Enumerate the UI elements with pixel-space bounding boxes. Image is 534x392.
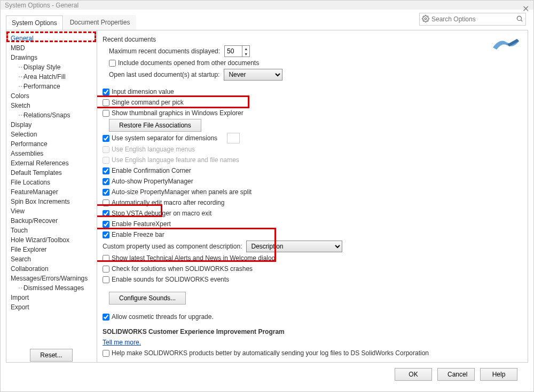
stop-vsta-checkbox[interactable] xyxy=(103,210,109,217)
use-eng-files-checkbox xyxy=(103,157,109,164)
help-button[interactable]: Help xyxy=(480,368,517,381)
auto-size-pm-checkbox[interactable] xyxy=(103,189,109,196)
search-icon[interactable] xyxy=(516,15,523,24)
help-make-checkbox[interactable] xyxy=(103,350,109,357)
ok-button[interactable]: OK xyxy=(395,368,432,381)
tabs: System Options Document Properties xyxy=(6,12,137,30)
sidebar-item-performance[interactable]: Performance xyxy=(9,139,95,149)
custom-prop-select[interactable]: Description xyxy=(246,241,342,252)
tab-row: System Options Document Properties xyxy=(6,12,528,30)
cancel-button[interactable]: Cancel xyxy=(437,368,475,381)
input-dimension-checkbox[interactable] xyxy=(103,89,109,95)
tree-icon: ⋯ xyxy=(18,83,22,90)
search-box[interactable] xyxy=(419,13,526,26)
enable-freeze-checkbox[interactable] xyxy=(103,231,109,238)
sidebar-bottom: Reset... xyxy=(6,345,97,366)
sidebar-item-touch[interactable]: Touch xyxy=(9,226,95,235)
max-recent-input[interactable] xyxy=(225,46,242,57)
use-eng-menus-label: Use English language menus xyxy=(112,146,195,153)
restore-file-assoc-button[interactable]: Restore File Associations xyxy=(109,119,201,132)
show-thumbnail-label: Show thumbnail graphics in Windows Explo… xyxy=(112,109,244,117)
enable-sounds-label: Enable sounds for SOLIDWORKS events xyxy=(112,276,229,283)
spin-down-icon[interactable]: ▼ xyxy=(242,51,249,57)
sidebar-item-assemblies[interactable]: Assemblies xyxy=(9,149,95,158)
sidebar-item-backup[interactable]: Backup/Recover xyxy=(9,216,95,226)
sidebar-item-file-locations[interactable]: File Locations xyxy=(9,178,95,187)
sidebar-item-ext-refs[interactable]: External References xyxy=(9,158,95,168)
sidebar-item-sketch[interactable]: Sketch xyxy=(9,101,95,110)
include-other-docs-checkbox[interactable] xyxy=(109,60,116,67)
use-eng-files-label: Use English language feature and file na… xyxy=(112,156,239,164)
configure-sounds-button[interactable]: Configure Sounds... xyxy=(109,292,186,305)
sidebar-item-export[interactable]: Export xyxy=(9,302,95,312)
custom-prop-label: Custom property used as component descri… xyxy=(103,243,242,250)
show-alerts-checkbox[interactable] xyxy=(103,255,109,262)
enable-featurexpert-checkbox[interactable] xyxy=(103,221,109,228)
sidebar-item-display-style[interactable]: ⋯Display Style xyxy=(9,62,95,72)
sidebar-item-dismissed[interactable]: ⋯Dismissed Messages xyxy=(9,283,95,293)
help-make-label: Help make SOLIDWORKS products better by … xyxy=(112,349,429,357)
sidebar-item-relations[interactable]: ⋯Relations/Snaps xyxy=(9,110,95,120)
check-solutions-checkbox[interactable] xyxy=(103,266,109,273)
single-command-checkbox[interactable] xyxy=(103,99,109,106)
max-recent-spinbox[interactable]: ▲▼ xyxy=(224,45,250,57)
allow-cosmetic-checkbox[interactable] xyxy=(103,314,109,321)
search-input[interactable] xyxy=(431,15,516,23)
spin-up-icon[interactable]: ▲ xyxy=(242,46,249,51)
input-dimension-label: Input dimension value xyxy=(112,88,174,95)
svg-line-2 xyxy=(521,20,523,21)
sidebar-item-colors[interactable]: Colors xyxy=(9,91,95,101)
sidebar-item-file-explorer[interactable]: File Explorer xyxy=(9,245,95,254)
open-last-select[interactable]: Never xyxy=(224,69,282,81)
sidebar-item-feature-manager[interactable]: FeatureManager xyxy=(9,187,95,197)
include-other-docs-label: Include documents opened from other docu… xyxy=(118,59,259,67)
tree-icon: ⋯ xyxy=(18,111,22,119)
sidebar-item-selection[interactable]: Selection xyxy=(9,130,95,139)
sidebar-item-messages[interactable]: Messages/Errors/Warnings xyxy=(9,274,95,283)
auto-edit-macro-checkbox[interactable] xyxy=(103,199,109,206)
tree-icon: ⋯ xyxy=(18,73,22,81)
auto-size-pm-label: Auto-size PropertyManager when panels ar… xyxy=(112,188,252,196)
content-wrap: System Options Document Properties Gener… xyxy=(1,10,533,391)
open-last-label: Open last used document(s) at startup: xyxy=(109,71,219,78)
sidebar-item-spinbox-inc[interactable]: Spin Box Increments xyxy=(9,197,95,206)
tell-me-more-link[interactable]: Tell me more. xyxy=(103,339,141,346)
svg-point-0 xyxy=(425,18,427,20)
sidebar-item-mbd[interactable]: MBD xyxy=(9,43,95,53)
sidebar-item-general[interactable]: General xyxy=(9,34,95,43)
sidebar: General MBD Drawings ⋯Display Style ⋯Are… xyxy=(6,30,97,362)
sidebar-item-performance-draw[interactable]: ⋯Performance xyxy=(9,82,95,91)
sidebar-item-import[interactable]: Import xyxy=(9,293,95,302)
sidebar-item-search[interactable]: Search xyxy=(9,254,95,264)
title-bar: System Options - General ✕ xyxy=(1,1,533,10)
stop-vsta-label: Stop VSTA debugger on macro exit xyxy=(112,210,211,217)
enable-sounds-checkbox[interactable] xyxy=(103,276,109,283)
sidebar-item-display[interactable]: Display xyxy=(9,120,95,130)
sidebar-item-drawings[interactable]: Drawings xyxy=(9,53,95,62)
tree-icon: ⋯ xyxy=(18,63,22,71)
sidebar-item-view[interactable]: View xyxy=(9,206,95,216)
sidebar-item-collaboration[interactable]: Collaboration xyxy=(9,264,95,274)
main-area: General MBD Drawings ⋯Display Style ⋯Are… xyxy=(6,30,528,363)
reset-button[interactable]: Reset... xyxy=(30,349,72,362)
options-panel: Recent documents Maximum recent document… xyxy=(97,30,528,362)
sidebar-item-hole-wizard[interactable]: Hole Wizard/Toolbox xyxy=(9,235,95,245)
tab-system-options[interactable]: System Options xyxy=(6,15,63,30)
sidebar-item-default-templates[interactable]: Default Templates xyxy=(9,168,95,178)
check-solutions-label: Check for solutions when SOLIDWORKS cras… xyxy=(112,265,253,273)
show-alerts-label: Show latest Technical Alerts and News in… xyxy=(112,254,275,262)
enable-confirmation-checkbox[interactable] xyxy=(103,167,109,174)
show-thumbnail-checkbox[interactable] xyxy=(103,110,109,117)
auto-show-pm-label: Auto-show PropertyManager xyxy=(112,178,193,185)
enable-freeze-label: Enable Freeze bar xyxy=(112,231,164,238)
tab-document-properties[interactable]: Document Properties xyxy=(64,15,136,30)
enable-confirmation-label: Enable Confirmation Corner xyxy=(112,167,191,174)
tree-icon: ⋯ xyxy=(18,284,22,292)
sidebar-item-area-hatch[interactable]: ⋯Area Hatch/Fill xyxy=(9,72,95,82)
auto-edit-macro-label: Automatically edit macro after recording xyxy=(112,199,224,206)
auto-show-pm-checkbox[interactable] xyxy=(103,178,109,185)
ceip-header: SOLIDWORKS Customer Experience Improveme… xyxy=(103,327,522,337)
dialog-window: System Options - General ✕ System Option… xyxy=(0,0,534,392)
use-sys-sep-checkbox[interactable] xyxy=(103,135,109,142)
allow-cosmetic-label: Allow cosmetic threads for upgrade. xyxy=(112,313,214,321)
